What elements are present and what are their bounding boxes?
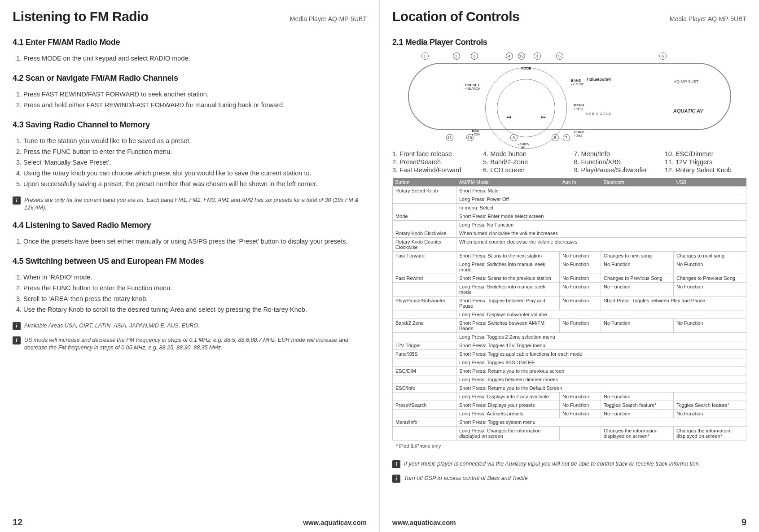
section-4-4-title: 4.4 Listening to Saved Radio Memory	[13, 221, 367, 230]
legend-item: 12. Rotary Select Knob	[665, 166, 746, 174]
cell-usb: No Function	[674, 319, 746, 333]
rotary-knob: ◂◂ ▸▸ PRESET • SEARCH MODE BAND • 2 ZONE	[485, 67, 567, 149]
legend-item: 8. Function/XBS	[574, 158, 656, 166]
table-row: Func/XBSShort Press: Toggles applicable …	[393, 350, 746, 358]
table-row: Long Press: No Function	[393, 221, 746, 229]
cell-amfm: Short Press: Scans to the previous stati…	[456, 274, 560, 283]
cell-button: Preset/Search	[393, 401, 456, 410]
forward-icon: ▸▸	[541, 114, 546, 119]
section-4-2-list: Press FAST REWIND/FAST FORWARD to seek a…	[23, 88, 367, 111]
cell-amfm: Long Press: Switches into manual seek mo…	[456, 283, 560, 297]
knob-func: FUNC • XBS	[574, 131, 584, 137]
cell-span: Short Press: Mute	[456, 187, 746, 195]
cell-button: Play/Pause/Subwoofer	[393, 297, 456, 310]
page-right-footer: www.aquaticav.com 9	[392, 513, 746, 528]
list-item: Upon successfully saving a preset, the p…	[23, 179, 367, 189]
section-4-1-title: 4.1 Enter FM/AM Radio Mode	[13, 38, 367, 47]
rewind-icon: ◂◂	[506, 114, 511, 119]
section-4-1-list: Press MODE on the unit keypad and select…	[23, 52, 367, 65]
cell-bt: Changes the information displayed on scr…	[601, 427, 674, 440]
cell-button: Func/XBS	[393, 350, 456, 358]
cell-usb: Changes the information displayed on scr…	[674, 427, 746, 440]
info-icon: i	[392, 475, 400, 483]
knob-esc: ESC • DIM	[472, 129, 480, 136]
cell-button: Band/2 Zone	[393, 319, 456, 333]
info-icon: i	[13, 322, 21, 330]
cell-button	[393, 283, 456, 297]
cell-amfm: Short Press: Switches between AM/FM Band…	[456, 319, 560, 333]
cell-usb: No Function	[674, 260, 746, 274]
brand-label: AQUATIC AV	[673, 108, 703, 113]
callout-2: 2	[453, 52, 460, 60]
table-row: 12V TriggerShort Press: Toggles 12V Trig…	[393, 341, 746, 350]
note-4-5a: i Available Areas USA, OIRT, LATIN, ASIA…	[13, 322, 367, 330]
cell-bt: No Function	[601, 260, 674, 274]
page-left-title: Listening to FM Radio	[13, 9, 149, 24]
cell-aux: No Function	[560, 260, 601, 274]
controls-legend: 1. Front face release 4. Mode button 7. …	[392, 150, 746, 174]
legend-item: 6. LCD screen	[483, 166, 565, 174]
page-right: Location of Controls Media Player AQ-MP-…	[380, 0, 759, 532]
table-row: Rotary Select KnobShort Press: Mute	[393, 187, 746, 195]
cell-bt: No Function	[601, 392, 674, 401]
legend-item: 1. Front face release	[392, 150, 474, 157]
device-body: ◂◂ ▸▸ PRESET • SEARCH MODE BAND • 2 ZONE	[408, 63, 731, 130]
cell-span: Long Press: Toggles XBS ON/OFF	[456, 358, 746, 367]
note-text: If your music player is connected via th…	[404, 460, 700, 468]
knob-band: BAND • 2 ZONE	[571, 79, 584, 86]
note-text: Presets are only for the current band yo…	[24, 196, 367, 212]
cell-usb: No Function	[674, 283, 746, 297]
cell-button	[393, 333, 456, 341]
cell-span: Short Press: Returns you to the previous…	[456, 367, 746, 375]
rotary-knob-inner: ◂◂ ▸▸	[497, 79, 555, 137]
cell-span: When turned counter clockwise the volume…	[456, 238, 746, 252]
legend-item: 4. Mode button	[483, 150, 565, 157]
cell-span: Short Press: Toggles applicable function…	[456, 350, 746, 358]
page-number-right: 9	[741, 517, 746, 528]
page-left-header: Listening to FM Radio Media Player AQ-MP…	[13, 9, 367, 24]
cell-button	[393, 260, 456, 274]
legend-item: 11. 12V Triggers	[665, 158, 746, 166]
list-item: Using the rotary knob you can choose whi…	[23, 169, 367, 178]
cell-button	[393, 358, 456, 367]
cell-amfm: Long Press: Changes the information disp…	[456, 427, 560, 440]
note-text: Available Areas USA, OIRT, LATIN, ASIA, …	[24, 322, 199, 330]
controls-table: Button AM/FM Mode Aux In Bluetooth USB R…	[392, 178, 746, 440]
page-right-header: Location of Controls Media Player AQ-MP-…	[392, 9, 746, 24]
legend-item: 5. Band/2-Zone	[483, 158, 565, 166]
footer-url-right: www.aquaticav.com	[392, 519, 456, 526]
cell-span: When turned clockwise the volume increas…	[456, 229, 746, 238]
table-row: Long Press: Displays subwoofer volume	[393, 310, 746, 319]
cell-amfm: Short Press: Scans to the next station	[456, 252, 560, 260]
info-icon: i	[392, 460, 400, 468]
cell-button	[393, 195, 456, 204]
table-row: Preset/SearchShort Press: Displays your …	[393, 401, 746, 410]
cell-bt: Changes to next song	[601, 252, 674, 260]
page-left-footer: 12 www.aquaticav.com	[13, 513, 367, 528]
table-row: Rotary Knob Counter ClockwiseWhen turned…	[393, 238, 746, 252]
section-4-2-title: 4.2 Scan or Navigate FM/AM Radio Channel…	[13, 74, 367, 83]
table-row: Long Press: Toggles 2 Zone selection men…	[393, 333, 746, 341]
manual-spread: Listening to FM Radio Media Player AQ-MP…	[0, 0, 759, 532]
cell-button	[393, 410, 456, 418]
table-row: Long Press: Power Off	[393, 195, 746, 204]
cell-span: Long Press: Toggles between dimmer modes	[456, 375, 746, 384]
callout-11: 11	[446, 134, 453, 141]
knob-preset: PRESET • SEARCH	[465, 83, 481, 90]
cell-aux	[560, 427, 601, 440]
section-4-3-list: Tune to the station you would like to be…	[23, 135, 367, 190]
cell-bt-usb: Short Press: Toggles between Play and Pa…	[601, 297, 746, 310]
cell-usb: No Function	[674, 410, 746, 418]
cell-span: Short Press: Toggles 12V Trigger menu	[456, 341, 746, 350]
cell-span: Short Press: Enter mode select screen	[456, 212, 746, 221]
knob-subw: • SUBW ▸II	[518, 143, 529, 149]
cell-bt: Toggles Search feature*	[601, 401, 674, 410]
cell-aux: No Function	[560, 274, 601, 283]
ports-label: USB 2 ZONE	[586, 112, 612, 116]
section-4-5-list: When in ‘RADIO’ mode. Press the FUNC but…	[23, 271, 367, 316]
list-item: When in ‘RADIO’ mode.	[23, 273, 367, 282]
cell-button	[393, 221, 456, 229]
callout-4: 4	[506, 52, 513, 60]
note-2-1a: i If your music player is connected via …	[392, 460, 746, 468]
cell-button: Rotary Knob Counter Clockwise	[393, 238, 456, 252]
